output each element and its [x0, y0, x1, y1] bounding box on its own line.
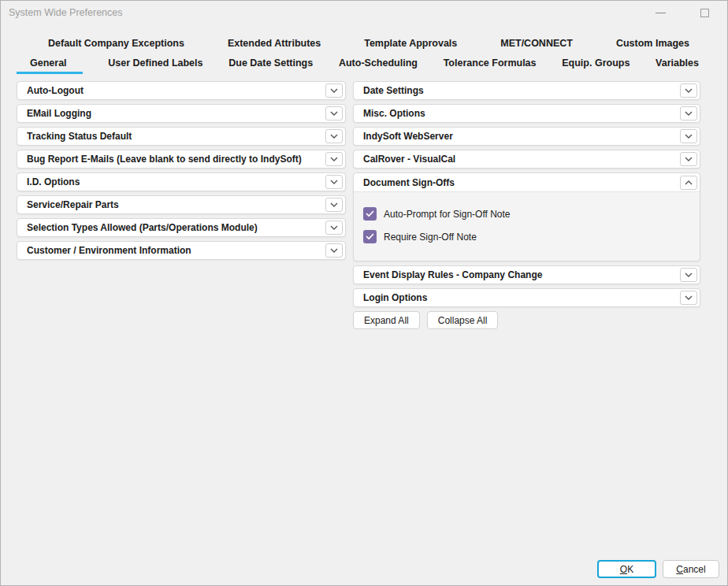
section-label: Selection Types Allowed (Parts/Operation… [27, 222, 325, 233]
check-icon [366, 210, 374, 217]
tab-tolerance-formulas[interactable]: Tolerance Formulas [444, 57, 537, 74]
left-panel: Auto-Logout EMail Logging Tracking Statu… [17, 81, 346, 264]
chevron-down-icon[interactable] [680, 152, 697, 166]
section-label: IndySoft WebServer [363, 131, 680, 142]
check-icon [366, 233, 374, 240]
section-label: I.D. Options [27, 176, 325, 187]
tab-row-1: Default Company Exceptions Extended Attr… [48, 38, 689, 54]
section-label: Login Options [363, 292, 680, 303]
tab-variables[interactable]: Variables [656, 57, 699, 74]
checkbox-require-sign-off-note[interactable] [363, 230, 377, 243]
tab-template-approvals[interactable]: Template Approvals [364, 38, 457, 54]
tab-due-date-settings[interactable]: Due Date Settings [228, 57, 313, 74]
section-service-repair-parts[interactable]: Service/Repair Parts [17, 195, 346, 214]
expand-all-button[interactable]: Expand All [353, 311, 420, 329]
chevron-down-icon[interactable] [680, 83, 697, 98]
window-controls [648, 1, 721, 24]
tab-row-2: General User Defined Labels Due Date Set… [17, 57, 699, 74]
section-event-display-rules-company-change[interactable]: Event Display Rules - Company Change [353, 265, 700, 284]
chevron-down-icon[interactable] [325, 175, 343, 189]
tab-met-connect[interactable]: MET/CONNECT [500, 38, 573, 54]
expand-collapse-row: Expand All Collapse All [353, 311, 700, 329]
document-sign-offs-content: Auto-Prompt for Sign-Off Note Require Si… [354, 192, 700, 261]
chevron-down-icon[interactable] [680, 291, 697, 305]
ok-mnemonic: O [620, 564, 627, 575]
section-misc-options[interactable]: Misc. Options [353, 104, 700, 123]
minimize-icon [656, 13, 666, 13]
checkbox-label: Auto-Prompt for Sign-Off Note [384, 209, 511, 220]
section-date-settings[interactable]: Date Settings [353, 81, 700, 100]
tab-extended-attributes[interactable]: Extended Attributes [228, 38, 321, 54]
cancel-mnemonic: C [676, 564, 683, 575]
require-sign-off-row[interactable]: Require Sign-Off Note [363, 230, 690, 243]
section-label: CalRover - VisualCal [363, 154, 680, 165]
section-label: Service/Repair Parts [27, 199, 325, 210]
chevron-down-icon[interactable] [680, 129, 697, 143]
section-document-sign-offs[interactable]: Document Sign-Offs [354, 173, 700, 192]
tab-default-company-exceptions[interactable]: Default Company Exceptions [48, 38, 184, 54]
right-panel: Date Settings Misc. Options IndySoft Web… [353, 81, 700, 329]
minimize-button[interactable] [648, 2, 672, 24]
section-login-options[interactable]: Login Options [353, 288, 700, 307]
system-wide-preferences-dialog: System Wide Preferences Default Company … [0, 0, 728, 586]
section-tracking-status-default[interactable]: Tracking Status Default [17, 127, 346, 146]
section-id-options[interactable]: I.D. Options [17, 172, 346, 191]
auto-prompt-sign-off-row[interactable]: Auto-Prompt for Sign-Off Note [363, 207, 690, 221]
window-title: System Wide Preferences [9, 7, 123, 18]
chevron-down-icon[interactable] [325, 83, 343, 98]
checkbox-auto-prompt-sign-off-note[interactable] [363, 207, 377, 221]
checkbox-label: Require Sign-Off Note [384, 232, 477, 243]
section-auto-logout[interactable]: Auto-Logout [17, 81, 346, 100]
chevron-down-icon[interactable] [680, 106, 697, 121]
chevron-down-icon[interactable] [325, 221, 343, 235]
maximize-icon [700, 9, 709, 17]
section-indysoft-webserver[interactable]: IndySoft WebServer [353, 127, 700, 146]
tab-user-defined-labels[interactable]: User Defined Labels [108, 57, 202, 74]
section-label: Auto-Logout [27, 85, 325, 96]
cancel-rest: ancel [683, 564, 706, 575]
tab-auto-scheduling[interactable]: Auto-Scheduling [339, 57, 418, 74]
chevron-down-icon[interactable] [680, 268, 697, 282]
section-label: Misc. Options [363, 108, 680, 119]
chevron-down-icon[interactable] [325, 129, 343, 143]
section-email-logging[interactable]: EMail Logging [17, 104, 346, 123]
section-label: Date Settings [363, 85, 680, 96]
collapse-all-button[interactable]: Collapse All [427, 311, 499, 329]
section-customer-environment-information[interactable]: Customer / Environment Information [17, 241, 346, 260]
ok-button[interactable]: OK [597, 560, 656, 578]
chevron-down-icon[interactable] [325, 106, 343, 121]
ok-rest: K [627, 564, 633, 575]
section-label: Event Display Rules - Company Change [363, 269, 680, 280]
section-label: Document Sign-Offs [363, 177, 680, 188]
section-label: Bug Report E-Mails (Leave blank to send … [27, 154, 325, 165]
section-bug-report-emails[interactable]: Bug Report E-Mails (Leave blank to send … [17, 150, 346, 169]
section-label: EMail Logging [27, 108, 325, 119]
chevron-down-icon[interactable] [325, 198, 343, 212]
tab-equip-groups[interactable]: Equip. Groups [562, 57, 630, 74]
section-label: Customer / Environment Information [27, 245, 325, 256]
chevron-down-icon[interactable] [325, 152, 343, 166]
tab-custom-images[interactable]: Custom Images [616, 38, 689, 54]
section-document-sign-offs-group: Document Sign-Offs Auto-Prompt for Sign-… [353, 172, 700, 261]
maximize-button[interactable] [693, 2, 716, 24]
cancel-button[interactable]: Cancel [663, 560, 719, 578]
section-label: Tracking Status Default [27, 131, 325, 142]
section-calrover-visualcal[interactable]: CalRover - VisualCal [353, 150, 700, 169]
tab-general[interactable]: General [17, 57, 83, 74]
titlebar: System Wide Preferences [1, 1, 727, 24]
chevron-up-icon[interactable] [680, 176, 697, 190]
section-selection-types-allowed[interactable]: Selection Types Allowed (Parts/Operation… [17, 218, 346, 237]
chevron-down-icon[interactable] [325, 243, 343, 258]
